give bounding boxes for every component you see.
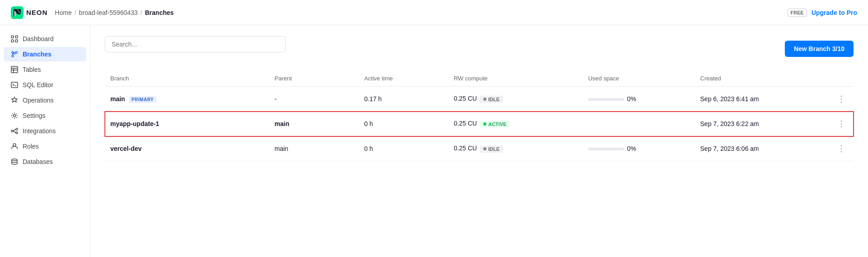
progress-bar (588, 98, 624, 101)
table-row[interactable]: mainPRIMARY-0.17 h0.25 CUIDLE0%Sep 6, 20… (105, 87, 854, 112)
operations-icon (11, 97, 18, 104)
branch-active-time-cell: 0.17 h (359, 87, 448, 112)
branch-actions-cell: ⋮ (829, 112, 854, 136)
breadcrumb-current: Branches (145, 9, 174, 16)
status-label: IDLE (488, 97, 500, 102)
branch-rw-compute-cell: 0.25 CUACTIVE (448, 112, 583, 136)
rw-status-badge: IDLE (480, 96, 503, 103)
branch-parent-cell: main (269, 112, 359, 136)
dashboard-icon (11, 35, 18, 42)
branch-used-space-cell: 0% (583, 87, 695, 112)
sql-editor-icon (11, 81, 18, 89)
branch-name-cell: mainPRIMARY (105, 87, 269, 112)
branch-created-cell: Sep 7, 2023 6:06 am (695, 136, 829, 161)
branch-created-cell: Sep 7, 2023 6:22 am (695, 112, 829, 136)
svg-rect-1 (11, 36, 14, 38)
new-branch-button[interactable]: New Branch 3/10 (785, 41, 854, 57)
svg-rect-4 (15, 40, 18, 42)
sidebar-label-integrations: Integrations (23, 127, 56, 135)
more-actions-button[interactable]: ⋮ (835, 143, 848, 154)
branches-icon (11, 51, 18, 58)
col-header-created: Created (695, 70, 829, 87)
svg-point-16 (16, 132, 18, 134)
svg-rect-2 (15, 36, 18, 38)
search-input[interactable] (105, 36, 286, 52)
sidebar-item-integrations[interactable]: Integrations (4, 124, 86, 138)
rw-status-badge: IDLE (480, 145, 503, 153)
branch-rw-compute-cell: 0.25 CUIDLE (448, 136, 583, 161)
sidebar-label-dashboard: Dashboard (23, 35, 54, 42)
sidebar-label-settings: Settings (23, 112, 46, 119)
more-actions-button[interactable]: ⋮ (835, 93, 848, 105)
branch-used-space-cell (583, 112, 695, 136)
rw-compute-value: 0.25 CU (454, 95, 477, 102)
branch-used-space-cell: 0% (583, 136, 695, 161)
sidebar-item-roles[interactable]: Roles (4, 139, 86, 154)
svg-point-14 (11, 130, 13, 132)
search-bar (105, 36, 286, 52)
sidebar: Dashboard Branches (0, 25, 90, 257)
col-header-used-space: Used space (583, 70, 695, 87)
sidebar-item-dashboard[interactable]: Dashboard (4, 32, 86, 46)
roles-icon (11, 143, 18, 150)
used-space-pct: 0% (627, 95, 636, 103)
svg-point-6 (15, 51, 17, 53)
col-header-branch: Branch (105, 70, 269, 87)
rw-compute-value: 0.25 CU (454, 120, 477, 127)
branch-name-cell: vercel-dev (105, 136, 269, 161)
breadcrumb: Home / broad-leaf-55960433 / Branches (55, 9, 174, 16)
breadcrumb-sep2: / (141, 9, 142, 16)
sidebar-item-branches[interactable]: Branches (4, 47, 86, 61)
branch-name: vercel-dev (110, 145, 142, 152)
table-row[interactable]: vercel-devmain0 h0.25 CUIDLE0%Sep 7, 202… (105, 136, 854, 161)
breadcrumb-sep1: / (75, 9, 76, 16)
col-header-actions (829, 70, 854, 87)
branch-parent-cell: - (269, 87, 359, 112)
rw-status-badge: ACTIVE (480, 121, 510, 128)
branch-actions-cell: ⋮ (829, 136, 854, 161)
table-row[interactable]: myapp-update-1main0 h0.25 CUACTIVESep 7,… (105, 112, 854, 136)
sidebar-label-operations: Operations (23, 97, 53, 104)
databases-icon (11, 158, 18, 165)
sidebar-item-operations[interactable]: Operations (4, 93, 86, 107)
breadcrumb-home[interactable]: Home (55, 9, 71, 16)
sidebar-item-sql-editor[interactable]: SQL Editor (4, 78, 86, 92)
status-dot (483, 122, 486, 126)
col-header-parent: Parent (269, 70, 359, 87)
svg-point-20 (12, 159, 17, 161)
free-badge: FREE (788, 9, 807, 17)
branch-active-time-cell: 0 h (359, 136, 448, 161)
sidebar-item-settings[interactable]: Settings (4, 108, 86, 123)
sidebar-label-databases: Databases (23, 158, 53, 165)
branch-name: myapp-update-1 (110, 120, 159, 127)
more-actions-button[interactable]: ⋮ (835, 118, 848, 130)
tables-icon (11, 66, 18, 73)
svg-rect-3 (11, 40, 14, 42)
logo: NEON (11, 6, 47, 19)
branch-name-cell: myapp-update-1 (105, 112, 269, 136)
sidebar-item-tables[interactable]: Tables (4, 62, 86, 77)
status-dot (483, 98, 486, 101)
primary-badge: PRIMARY (129, 96, 156, 103)
branches-table: Branch Parent Active time RW compute Use… (105, 70, 854, 161)
logo-text: NEON (26, 9, 47, 16)
sidebar-item-databases[interactable]: Databases (4, 154, 86, 169)
content-area: New Branch 3/10 Branch Parent Active tim… (90, 25, 868, 257)
header-left: NEON Home / broad-leaf-55960433 / Branch… (11, 6, 174, 19)
sidebar-label-branches: Branches (23, 51, 52, 58)
svg-point-15 (16, 128, 18, 130)
upgrade-button[interactable]: Upgrade to Pro (811, 9, 857, 16)
status-label: IDLE (488, 146, 500, 152)
branch-active-time-cell: 0 h (359, 112, 448, 136)
svg-line-17 (13, 130, 16, 131)
svg-point-7 (12, 55, 14, 57)
rw-compute-value: 0.25 CU (454, 145, 477, 152)
integrations-icon (11, 127, 18, 135)
used-space-pct: 0% (627, 145, 636, 152)
status-label: ACTIVE (488, 121, 506, 127)
svg-line-18 (13, 131, 16, 132)
neon-logo-icon (11, 6, 24, 19)
branch-parent-cell: main (269, 136, 359, 161)
branch-created-cell: Sep 6, 2023 6:41 am (695, 87, 829, 112)
breadcrumb-project[interactable]: broad-leaf-55960433 (79, 9, 138, 16)
